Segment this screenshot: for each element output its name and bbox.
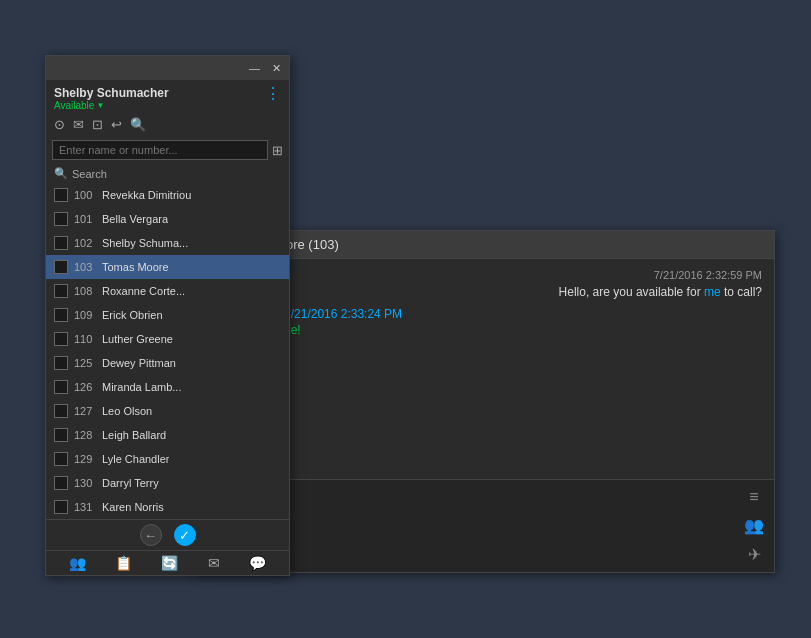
contact-name: Leo Olson — [102, 405, 152, 417]
search-input-row: ⊞ — [46, 136, 289, 164]
list-item[interactable]: 108 Roxanne Corte... — [46, 279, 289, 303]
contact-number: 100 — [74, 189, 102, 201]
chat-bottom-icon[interactable]: 💬 — [249, 555, 266, 571]
list-item[interactable]: 101 Bella Vergara — [46, 207, 289, 231]
message-text-right: Hello, are you available for me to call? — [208, 285, 762, 299]
contact-name: Luther Greene — [102, 333, 173, 345]
contact-checkbox[interactable] — [54, 284, 68, 298]
contact-checkbox[interactable] — [54, 380, 68, 394]
contact-number: 130 — [74, 477, 102, 489]
list-item[interactable]: 125 Dewey Pittman — [46, 351, 289, 375]
confirm-button[interactable]: ✓ — [174, 524, 196, 546]
search-input[interactable] — [52, 140, 268, 160]
contact-checkbox[interactable] — [54, 236, 68, 250]
list-item[interactable]: 130 Darryl Terry — [46, 471, 289, 495]
message-body: Hi, yes of course! — [208, 323, 762, 337]
titlebar: — ✕ — [46, 56, 289, 80]
close-button[interactable]: ✕ — [270, 62, 283, 75]
contact-checkbox[interactable] — [54, 500, 68, 514]
contact-number: 127 — [74, 405, 102, 417]
contact-name: Erick Obrien — [102, 309, 163, 321]
message-timestamp: 7/21/2016 2:32:59 PM — [208, 269, 762, 281]
contact-name: Bella Vergara — [102, 213, 168, 225]
list-item[interactable]: 102 Shelby Schuma... — [46, 231, 289, 255]
contact-checkbox[interactable] — [54, 356, 68, 370]
list-item[interactable]: 128 Leigh Ballard — [46, 423, 289, 447]
contact-number: 101 — [74, 213, 102, 225]
search-toolbar-icon[interactable]: 🔍 — [130, 117, 146, 132]
nav-buttons: ← ✓ — [46, 519, 289, 550]
bottom-toolbar: 👥 📋 🔄 ✉ 💬 — [46, 550, 289, 575]
text-format-icon[interactable]: ≡ — [749, 488, 758, 506]
contact-checkbox[interactable] — [54, 188, 68, 202]
list-item[interactable]: 110 Luther Greene — [46, 327, 289, 351]
contact-name: Dewey Pittman — [102, 357, 176, 369]
back-button[interactable]: ← — [140, 524, 162, 546]
chat-action-icons: ≡ 👥 ✈ — [736, 488, 764, 564]
contact-name: Revekka Dimitriou — [102, 189, 191, 201]
contact-number: 103 — [74, 261, 102, 273]
minimize-button[interactable]: — — [247, 62, 262, 74]
contact-number: 108 — [74, 285, 102, 297]
contact-number: 102 — [74, 237, 102, 249]
clock-icon[interactable]: ⊙ — [54, 117, 65, 132]
contact-name: Miranda Lamb... — [102, 381, 181, 393]
status-arrow-icon: ▼ — [96, 101, 104, 110]
search-filter-row: 🔍 Search — [46, 164, 289, 183]
list-item[interactable]: 129 Lyle Chandler — [46, 447, 289, 471]
contact-number: 129 — [74, 453, 102, 465]
list-item[interactable]: 131 Karen Norris — [46, 495, 289, 519]
highlight-word: me — [704, 285, 721, 299]
contact-name: Darryl Terry — [102, 477, 159, 489]
list-bottom-icon[interactable]: 📋 — [115, 555, 132, 571]
toolbar: ⊙ ✉ ⊡ ↩ 🔍 — [46, 115, 289, 136]
list-item[interactable]: 100 Revekka Dimitriou — [46, 183, 289, 207]
contact-checkbox[interactable] — [54, 332, 68, 346]
contact-number: 126 — [74, 381, 102, 393]
contact-number: 110 — [74, 333, 102, 345]
sync-bottom-icon[interactable]: 🔄 — [161, 555, 178, 571]
desktop: — ✕ Shelby Schumacher Available ▼ ⋮ ⊙ ✉ … — [0, 0, 811, 638]
message-sender: Tomas Moore 7/21/2016 2:33:24 PM — [208, 307, 762, 321]
contact-name: Leigh Ballard — [102, 429, 166, 441]
list-item[interactable]: 126 Miranda Lamb... — [46, 375, 289, 399]
contact-name: Karen Norris — [102, 501, 164, 513]
list-item[interactable]: 127 Leo Olson — [46, 399, 289, 423]
contact-number: 125 — [74, 357, 102, 369]
email-bottom-icon[interactable]: ✉ — [208, 555, 220, 571]
email-icon[interactable]: ✉ — [73, 117, 84, 132]
contact-number: 109 — [74, 309, 102, 321]
contact-checkbox[interactable] — [54, 308, 68, 322]
contact-name: Lyle Chandler — [102, 453, 169, 465]
search-label: Search — [72, 168, 107, 180]
list-item[interactable]: 109 Erick Obrien — [46, 303, 289, 327]
send-icon[interactable]: ✈ — [748, 545, 761, 564]
contact-window: — ✕ Shelby Schumacher Available ▼ ⋮ ⊙ ✉ … — [45, 55, 290, 576]
contact-checkbox[interactable] — [54, 428, 68, 442]
contacts-bottom-icon[interactable]: 👥 — [69, 555, 86, 571]
contact-name: Shelby Schuma... — [102, 237, 188, 249]
call-back-icon[interactable]: ↩ — [111, 117, 122, 132]
search-filter-icon: 🔍 — [54, 167, 68, 180]
user-header: Shelby Schumacher Available ▼ ⋮ — [46, 80, 289, 115]
contacts-icon[interactable]: ⊡ — [92, 117, 103, 132]
user-info: Shelby Schumacher Available ▼ — [54, 86, 265, 111]
contact-name: Tomas Moore — [102, 261, 169, 273]
contact-checkbox[interactable] — [54, 260, 68, 274]
contact-number: 128 — [74, 429, 102, 441]
contacts-list: 100 Revekka Dimitriou 101 Bella Vergara … — [46, 183, 289, 519]
menu-dots-icon[interactable]: ⋮ — [265, 86, 281, 102]
contact-checkbox[interactable] — [54, 476, 68, 490]
list-item[interactable]: 103 Tomas Moore — [46, 255, 289, 279]
contact-name: Roxanne Corte... — [102, 285, 185, 297]
contact-checkbox[interactable] — [54, 212, 68, 226]
user-status[interactable]: Available ▼ — [54, 100, 265, 111]
contact-number: 131 — [74, 501, 102, 513]
user-name: Shelby Schumacher — [54, 86, 265, 100]
contact-checkbox[interactable] — [54, 452, 68, 466]
group-icon[interactable]: 👥 — [744, 516, 764, 535]
contact-checkbox[interactable] — [54, 404, 68, 418]
dialpad-icon[interactable]: ⊞ — [272, 143, 283, 158]
